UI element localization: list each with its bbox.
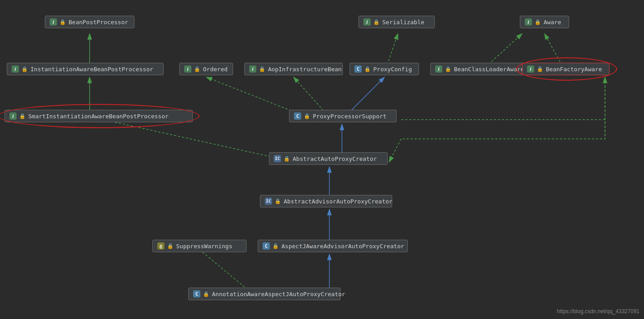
lock-icon: 🔒 — [22, 66, 28, 72]
icon-annotation: @ — [157, 242, 164, 250]
icon-interface: I — [9, 112, 17, 120]
icon-class: C — [263, 242, 270, 250]
node-Ordered: I 🔒 Ordered — [179, 63, 233, 75]
lock-icon: 🔒 — [373, 19, 380, 25]
node-label: AopInfrastructureBean — [268, 66, 341, 73]
icon-interface: I — [12, 65, 19, 73]
lock-icon: 🔒 — [304, 113, 310, 119]
node-ProxyProcessorSupport: C 🔒 ProxyProcessorSupport — [289, 110, 397, 122]
lock-icon: 🔒 — [194, 66, 200, 72]
node-BeanClassLoaderAware: I 🔒 BeanClassLoaderAware — [430, 63, 529, 75]
lock-icon: 🔒 — [259, 66, 265, 72]
lock-icon: 🔒 — [275, 198, 281, 204]
lock-icon: 🔒 — [364, 66, 371, 72]
icon-class: C — [193, 290, 200, 297]
svg-line-17 — [389, 139, 401, 162]
node-label: ProxyConfig — [373, 66, 412, 73]
node-label: InstantiationAwareBeanPostProcessor — [30, 66, 153, 73]
node-label: SmartInstantiationAwareBeanPostProcessor — [28, 113, 169, 120]
node-label: Aware — [544, 19, 561, 26]
lock-icon: 🔒 — [19, 113, 26, 119]
watermark: https://blog.csdn.net/qq_43327091 — [557, 308, 640, 315]
node-label: ProxyProcessorSupport — [313, 113, 386, 120]
icon-interface: I — [249, 65, 256, 73]
icon-interface: I — [435, 65, 442, 73]
icon-class: C — [354, 65, 362, 73]
lock-icon: 🔒 — [535, 19, 541, 25]
lock-icon: 🔒 — [203, 291, 209, 297]
node-label: AbstractAutoProxyCreator — [293, 155, 377, 162]
icon-interface: I — [527, 65, 534, 73]
node-Serializable: I 🔒 Serializable — [359, 16, 435, 28]
lock-icon: 🔒 — [167, 243, 173, 249]
node-InstantiationAwareBeanPostProcessor: I 🔒 InstantiationAwareBeanPostProcessor — [7, 63, 164, 75]
node-AopInfrastructureBean: I 🔒 AopInfrastructureBean — [244, 63, 343, 75]
icon-interface: I — [50, 18, 57, 26]
lock-icon: 🔒 — [445, 66, 451, 72]
lock-icon: 🔒 — [284, 156, 290, 162]
icon-interface: I — [525, 18, 532, 26]
node-AnnotationAwareAspectJAutoProxyCreator: C 🔒 AnnotationAwareAspectJAutoProxyCreat… — [188, 288, 341, 300]
node-label: BeanPostProcessor — [69, 19, 128, 26]
node-label: AspectJAwareAdvisorAutoProxyCreator — [281, 243, 404, 250]
node-ProxyConfig: C 🔒 ProxyConfig — [350, 63, 419, 75]
node-AbstractAutoProxyCreator: IC 🔒 AbstractAutoProxyCreator — [269, 152, 388, 165]
node-BeanPostProcessor: I 🔒 BeanPostProcessor — [45, 16, 134, 28]
node-label: BeanFactoryAware — [546, 66, 602, 73]
lock-icon: 🔒 — [537, 66, 543, 72]
node-label: Serializable — [382, 19, 424, 26]
node-label: BeanClassLoaderAware — [454, 66, 524, 73]
node-SuppressWarnings: @ 🔒 SuppressWarnings — [152, 240, 246, 252]
node-Aware: I 🔒 Aware — [520, 16, 569, 28]
lock-icon: 🔒 — [60, 19, 66, 25]
icon-abstract-class: IC — [265, 198, 272, 205]
lock-icon: 🔒 — [272, 243, 279, 249]
node-label: AbstractAdvisorAutoProxyCreator — [284, 198, 393, 205]
icon-interface: I — [184, 65, 191, 73]
node-SmartInstantiationAwareBeanPostProcessor: I 🔒 SmartInstantiationAwareBeanPostProce… — [4, 110, 193, 122]
node-BeanFactoryAware: I 🔒 BeanFactoryAware — [522, 63, 609, 75]
icon-abstract-class: IC — [274, 155, 281, 162]
svg-line-11 — [103, 120, 296, 162]
icon-class: C — [294, 112, 301, 120]
node-label: Ordered — [203, 66, 228, 73]
node-label: AnnotationAwareAspectJAutoProxyCreator — [212, 291, 345, 297]
node-AbstractAdvisorAutoProxyCreator: IC 🔒 AbstractAdvisorAutoProxyCreator — [260, 195, 392, 207]
icon-interface: I — [363, 18, 371, 26]
node-label: SuppressWarnings — [176, 243, 232, 250]
diagram-container: I 🔒 BeanPostProcessor I 🔒 Serializable I… — [0, 0, 644, 319]
node-AspectJAwareAdvisorAutoProxyCreator: C 🔒 AspectJAwareAdvisorAutoProxyCreator — [258, 240, 408, 252]
